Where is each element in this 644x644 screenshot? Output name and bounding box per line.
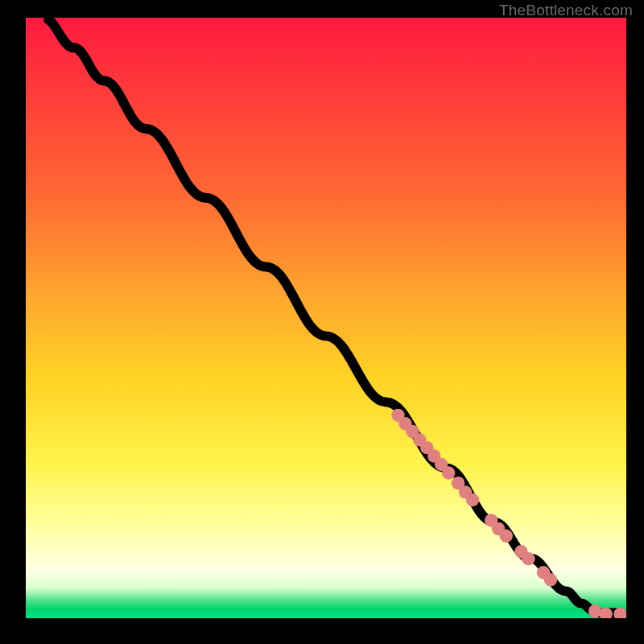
plot-svg <box>26 18 626 618</box>
data-point <box>522 552 535 565</box>
attribution-label: TheBottleneck.com <box>499 2 633 19</box>
data-point <box>442 466 455 479</box>
bottleneck-curve <box>43 18 605 614</box>
data-point <box>500 530 513 543</box>
plot-area <box>26 18 626 618</box>
data-point <box>466 493 479 506</box>
chart-stage: TheBottleneck.com <box>0 0 644 644</box>
data-points-group <box>391 409 626 618</box>
data-point <box>544 573 557 586</box>
